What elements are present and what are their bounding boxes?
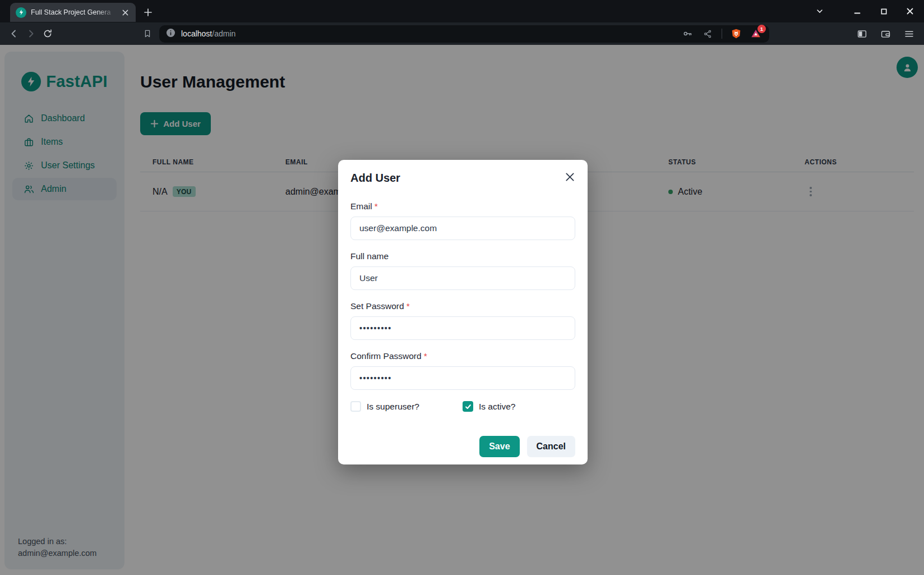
is-active-label: Is active? — [479, 402, 515, 412]
wallet-icon[interactable] — [877, 25, 894, 42]
new-tab-button[interactable] — [140, 4, 156, 20]
share-icon[interactable] — [699, 25, 716, 42]
address-bar[interactable]: localhost/admin 1 — [159, 25, 769, 43]
set-password-field-group: Set Password* — [350, 301, 575, 340]
confirm-password-field-group: Confirm Password* — [350, 351, 575, 390]
modal-close-icon[interactable] — [562, 169, 577, 184]
is-active-group[interactable]: Is active? — [463, 401, 575, 412]
is-superuser-group[interactable]: Is superuser? — [350, 401, 463, 412]
reload-icon[interactable] — [39, 25, 56, 42]
browser-window: Full Stack Project Genera — [0, 0, 924, 575]
window-close-icon[interactable] — [902, 3, 918, 20]
email-input[interactable] — [350, 217, 575, 240]
toolbar-separator — [722, 29, 722, 39]
menu-icon[interactable] — [900, 25, 917, 42]
toolbar-right-icons — [853, 25, 917, 42]
window-minimize-icon[interactable] — [849, 3, 866, 20]
url-host: localhost — [181, 29, 212, 38]
cancel-button[interactable]: Cancel — [527, 436, 575, 457]
full-name-input[interactable] — [350, 266, 575, 290]
sidebar-toggle-icon[interactable] — [853, 25, 870, 42]
modal-footer: Save Cancel — [350, 436, 575, 457]
save-button[interactable]: Save — [479, 436, 519, 457]
email-field-group: Email* — [350, 201, 575, 240]
url-path: /admin — [212, 29, 235, 38]
tab-title: Full Stack Project Genera — [31, 8, 119, 16]
bookmark-icon[interactable] — [139, 25, 156, 42]
full-name-label: Full name — [350, 251, 575, 261]
window-chevron-down-icon[interactable] — [811, 3, 828, 20]
brave-rewards-icon[interactable]: 1 — [748, 26, 764, 42]
set-password-label: Set Password* — [350, 301, 575, 311]
brave-shield-icon[interactable] — [728, 25, 745, 42]
back-icon[interactable] — [6, 25, 22, 42]
is-active-checkbox[interactable] — [463, 401, 473, 412]
required-marker: * — [424, 351, 427, 361]
confirm-password-input[interactable] — [350, 366, 575, 390]
url-text: localhost/admin — [181, 29, 679, 38]
address-bar-actions: 1 — [679, 25, 764, 42]
rewards-badge: 1 — [757, 25, 766, 33]
checkbox-row: Is superuser? Is active? — [350, 401, 575, 412]
check-icon — [465, 403, 472, 410]
full-name-field-group: Full name — [350, 251, 575, 290]
confirm-password-label: Confirm Password* — [350, 351, 575, 361]
key-icon[interactable] — [679, 25, 696, 42]
is-superuser-checkbox[interactable] — [350, 401, 361, 412]
set-password-input[interactable] — [350, 316, 575, 340]
required-marker: * — [375, 201, 378, 211]
modal-title: Add User — [350, 172, 575, 185]
required-marker: * — [406, 301, 410, 311]
window-maximize-icon[interactable] — [875, 3, 892, 20]
browser-toolbar: localhost/admin 1 — [0, 22, 924, 45]
web-page: FastAPI Dashboard Items User Settings A — [0, 45, 924, 575]
is-superuser-label: Is superuser? — [367, 402, 419, 412]
add-user-modal: Add User Email* Full name Set Password* — [338, 160, 588, 464]
browser-tab[interactable]: Full Stack Project Genera — [10, 3, 136, 22]
site-info-icon[interactable] — [166, 28, 175, 40]
email-label: Email* — [350, 201, 575, 211]
window-controls — [811, 0, 918, 22]
forward-icon[interactable] — [22, 25, 39, 42]
fastapi-favicon-icon — [16, 7, 26, 18]
add-user-form: Email* Full name Set Password* Confirm P… — [350, 201, 575, 457]
tab-strip: Full Stack Project Genera — [0, 0, 924, 22]
tab-close-icon[interactable] — [119, 6, 131, 19]
